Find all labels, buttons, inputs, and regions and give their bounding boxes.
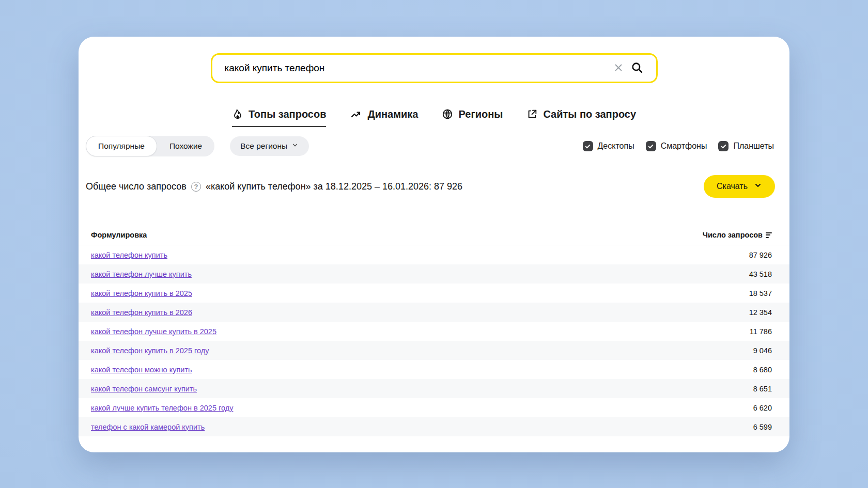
query-mode-toggle: Популярные Похожие xyxy=(86,136,214,156)
checkbox-tablets[interactable]: Планшеты xyxy=(718,141,774,151)
tab-dynamics[interactable]: Динамика xyxy=(350,108,418,127)
tab-top-queries[interactable]: Топы запросов xyxy=(232,108,327,127)
query-link[interactable]: телефон с какой камерой купить xyxy=(91,423,205,431)
checkbox-label: Планшеты xyxy=(733,141,774,151)
globe-icon xyxy=(442,108,453,120)
query-link[interactable]: какой телефон лучше купить в 2025 xyxy=(91,327,216,336)
table-row: какой телефон купить в 2026 12 354 xyxy=(79,303,789,322)
tab-label: Регионы xyxy=(458,108,503,120)
query-count: 9 046 xyxy=(753,347,772,355)
table-row: какой телефон лучше купить в 2025 11 786 xyxy=(79,322,789,341)
query-link[interactable]: какой телефон можно купить xyxy=(91,366,192,374)
search-bar xyxy=(211,53,658,83)
tab-label: Топы запросов xyxy=(249,108,327,120)
table-row: какой телефон купить 87 926 xyxy=(79,245,789,264)
query-link[interactable]: какой телефон лучше купить xyxy=(91,270,192,278)
external-link-icon xyxy=(526,108,538,120)
summary-row: Общее число запросов ? «какой купить тел… xyxy=(79,175,789,198)
checkbox-smartphones[interactable]: Смартфоны xyxy=(646,141,707,151)
total-queries-summary: Общее число запросов ? «какой купить тел… xyxy=(86,181,462,192)
query-count: 6 599 xyxy=(753,423,772,431)
device-filter-group: Десктопы Смартфоны Планшеты xyxy=(583,141,774,151)
download-button-label: Скачать xyxy=(717,182,748,191)
table-row: какой телефон самсунг купить 8 651 xyxy=(79,379,789,398)
summary-text-after: «какой купить телефон» за 18.12.2025 – 1… xyxy=(206,181,462,192)
tab-label: Динамика xyxy=(367,108,418,120)
table-row: какой телефон купить в 2025 году 9 046 xyxy=(79,341,789,360)
column-header-count: Число запросов xyxy=(703,231,763,239)
table-header: Формулировка Число запросов xyxy=(79,231,789,245)
search-submit-button[interactable] xyxy=(627,58,647,79)
tab-sites-by-query[interactable]: Сайты по запросу xyxy=(526,108,636,127)
filters-row: Популярные Похожие Все регионы Десктопы xyxy=(79,136,789,156)
checkbox-desktops[interactable]: Десктопы xyxy=(583,141,634,151)
query-count: 87 926 xyxy=(749,251,772,259)
summary-text-before: Общее число запросов xyxy=(86,181,187,192)
column-header-count-sort[interactable]: Число запросов xyxy=(703,231,772,239)
table-row: какой телефон можно купить 8 680 xyxy=(79,360,789,379)
table-row: телефон с какой камерой купить 6 599 xyxy=(79,417,789,436)
checkbox-label: Десктопы xyxy=(598,141,634,151)
clear-search-button[interactable] xyxy=(610,59,627,78)
query-count: 6 620 xyxy=(753,404,772,412)
close-icon xyxy=(613,62,624,75)
toggle-popular[interactable]: Популярные xyxy=(86,136,157,156)
query-count: 12 354 xyxy=(749,308,772,317)
checkbox-checked-icon xyxy=(583,141,593,151)
download-button[interactable]: Скачать xyxy=(704,175,775,198)
region-selector[interactable]: Все регионы xyxy=(230,136,309,156)
table-row: какой телефон купить в 2025 18 537 xyxy=(79,284,789,303)
table-row: какой лучше купить телефон в 2025 году 6… xyxy=(79,398,789,417)
query-count: 8 680 xyxy=(753,366,772,374)
checkbox-checked-icon xyxy=(646,141,656,151)
tab-label: Сайты по запросу xyxy=(543,108,636,120)
search-icon xyxy=(630,61,644,76)
table-row: какой телефон лучше купить 43 518 xyxy=(79,264,789,284)
wordstat-panel: Топы запросов Динамика Регионы xyxy=(79,37,789,452)
checkbox-checked-icon xyxy=(718,141,729,151)
table-body: какой телефон купить 87 926 какой телефо… xyxy=(79,245,789,436)
region-selector-label: Все регионы xyxy=(240,141,287,151)
tab-regions[interactable]: Регионы xyxy=(442,108,503,127)
chevron-down-icon xyxy=(291,141,299,151)
query-count: 43 518 xyxy=(749,270,772,278)
query-link[interactable]: какой телефон купить xyxy=(91,251,167,259)
query-count: 8 651 xyxy=(753,385,772,393)
query-link[interactable]: какой лучше купить телефон в 2025 году xyxy=(91,404,233,412)
query-count: 18 537 xyxy=(749,289,772,297)
fire-icon xyxy=(232,108,243,120)
query-link[interactable]: какой телефон купить в 2025 году xyxy=(91,347,209,355)
checkbox-label: Смартфоны xyxy=(661,141,707,151)
queries-table: Формулировка Число запросов какой телефо… xyxy=(79,231,789,436)
chevron-down-icon xyxy=(754,181,762,192)
sort-descending-icon xyxy=(766,232,772,238)
column-header-phrase: Формулировка xyxy=(91,231,147,239)
toggle-similar[interactable]: Похожие xyxy=(157,136,214,156)
query-link[interactable]: какой телефон самсунг купить xyxy=(91,385,197,393)
query-link[interactable]: какой телефон купить в 2026 xyxy=(91,308,192,317)
trending-up-icon xyxy=(350,108,362,120)
help-icon[interactable]: ? xyxy=(191,182,201,192)
tab-bar: Топы запросов Динамика Регионы xyxy=(79,108,789,127)
search-input[interactable] xyxy=(225,62,610,74)
query-count: 11 786 xyxy=(750,327,772,336)
query-link[interactable]: какой телефон купить в 2025 xyxy=(91,289,192,297)
